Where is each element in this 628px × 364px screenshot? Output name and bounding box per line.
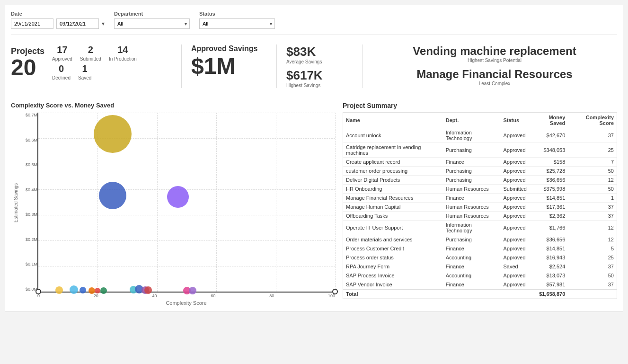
cell-money: $13,073 <box>530 271 568 280</box>
cell-status: Approved <box>500 158 530 167</box>
grid-h-6 <box>38 266 335 266</box>
table-row[interactable]: HR Onboarding Human Resources Submitted … <box>343 185 617 194</box>
cell-dept: Human Resources <box>443 185 501 194</box>
col-dept[interactable]: Dept. <box>443 113 501 128</box>
col-complexity[interactable]: Complexity Score <box>568 113 617 128</box>
bubble-offboarding[interactable] <box>144 286 152 294</box>
bubble-item-6[interactable] <box>100 287 107 294</box>
y-axis-ticks: $0.7M $0.6M $0.5M $0.4M $0.3M $0.2M $0.1… <box>20 113 37 293</box>
declined-label: Declined <box>52 75 71 80</box>
table-row[interactable]: Operate IT User Support Information Tech… <box>343 221 617 235</box>
cell-name: HR Onboarding <box>343 185 443 194</box>
bubble-item-3[interactable] <box>80 287 86 293</box>
approved-savings-amount: $1M <box>191 53 267 79</box>
col-money[interactable]: Money Saved <box>530 113 568 128</box>
slider-right-handle[interactable] <box>332 289 338 294</box>
cell-dept: Finance <box>443 158 501 167</box>
table-row[interactable]: SAP Vendor Invoice Finance Approved $57,… <box>343 280 617 290</box>
slider-left-handle[interactable] <box>35 289 41 294</box>
cell-money: $14,851 <box>530 244 568 253</box>
grid-h-0 <box>38 113 335 113</box>
table-row[interactable]: Offboarding Tasks Human Resources Approv… <box>343 212 617 221</box>
date-from-input[interactable] <box>11 18 53 29</box>
cell-complexity: 7 <box>568 158 617 167</box>
cell-complexity: 37 <box>568 203 617 212</box>
bubble-item-4[interactable] <box>88 287 95 294</box>
cell-name: Deliver Digital Products <box>343 176 443 185</box>
named-projects-kpi: Vending machine replacement Highest Savi… <box>372 44 617 86</box>
y-tick-06: $0.6M <box>26 138 37 142</box>
table-row[interactable]: Process order status Accounting Approved… <box>343 253 617 262</box>
table-row[interactable]: Create applicant record Finance Approved… <box>343 158 617 167</box>
cell-money: $25,728 <box>530 167 568 176</box>
table-wrapper[interactable]: Name Dept. Status Money Saved Complexity… <box>343 112 617 299</box>
cell-name: RPA Journey Form <box>343 262 443 271</box>
table-row[interactable]: RPA Journey Form Finance Saved $2,524 37 <box>343 262 617 271</box>
y-tick-02: $0.2M <box>26 237 37 242</box>
cell-complexity: 12 <box>568 235 617 244</box>
chart-title: Complexity Score vs. Money Saved <box>11 102 335 109</box>
bubble-hr-onboarding[interactable] <box>99 182 126 209</box>
table-row[interactable]: Manage Human Capital Human Resources App… <box>343 203 617 212</box>
col-status[interactable]: Status <box>500 113 530 128</box>
bubble-rpa[interactable] <box>189 287 196 294</box>
bubble-create-applicant[interactable] <box>55 286 63 294</box>
kpi-divider-2 <box>276 44 277 88</box>
chart-section: Complexity Score vs. Money Saved Estimat… <box>11 102 335 306</box>
table-row[interactable]: Account unlock Information Technology Ap… <box>343 128 617 143</box>
department-filter: Department All Finance Purchasing Human … <box>114 11 190 29</box>
cell-dept: Purchasing <box>443 167 501 176</box>
cell-dept: Finance <box>443 262 501 271</box>
table-row[interactable]: Manage Financial Resources Finance Appro… <box>343 194 617 203</box>
grid-h-4 <box>38 215 335 215</box>
kpi-divider-3 <box>362 44 363 88</box>
grid-v-5 <box>335 113 336 292</box>
bubble-account-unlock[interactable] <box>70 285 78 294</box>
y-tick-05: $0.5M <box>26 162 37 167</box>
cell-complexity: 12 <box>568 221 617 235</box>
x-tick-80: 80 <box>269 293 274 298</box>
saved-label: Saved <box>78 75 91 80</box>
cell-complexity: 37 <box>568 128 617 143</box>
bubble-catridge[interactable] <box>94 115 132 153</box>
cell-status: Approved <box>500 253 530 262</box>
cell-complexity: 37 <box>568 280 617 290</box>
submitted-stat: 2 Submitted <box>80 44 101 62</box>
table-row[interactable]: customer order processing Purchasing App… <box>343 167 617 176</box>
status-select[interactable]: All Approved Submitted Saved Declined In… <box>199 18 275 29</box>
least-complex-name: Manage Financial Resources <box>372 68 617 81</box>
table-row[interactable]: Order materials and services Purchasing … <box>343 235 617 244</box>
date-to-input[interactable] <box>56 18 99 29</box>
cell-money: $2,362 <box>530 212 568 221</box>
table-row[interactable]: SAP Process Invoice Accounting Approved … <box>343 271 617 280</box>
date-label: Date <box>11 11 105 17</box>
cell-complexity: 25 <box>568 253 617 262</box>
cell-money: $348,053 <box>530 143 568 158</box>
table-row[interactable]: Process Customer Credit Finance Approved… <box>343 244 617 253</box>
cell-money: $14,851 <box>530 194 568 203</box>
table-section: Project Summary Name Dept. Status Money … <box>343 102 617 306</box>
y-tick-07: $0.7M <box>26 113 37 117</box>
bubble-deliver-digital[interactable] <box>167 186 189 208</box>
col-name[interactable]: Name <box>343 113 443 128</box>
cell-name: Manage Human Capital <box>343 203 443 212</box>
cell-status: Approved <box>500 128 530 143</box>
avg-savings-label: Average Savings <box>286 59 353 64</box>
x-tick-40: 40 <box>152 293 157 298</box>
y-tick-01: $0.1M <box>26 262 37 266</box>
department-select[interactable]: All Finance Purchasing Human Resources I… <box>114 18 190 29</box>
table-row[interactable]: Deliver Digital Products Purchasing Appr… <box>343 176 617 185</box>
y-tick-03: $0.3M <box>26 212 37 217</box>
bubble-item-5[interactable] <box>95 288 100 293</box>
cell-dept: Information Technology <box>443 221 501 235</box>
table-row[interactable]: Catridge replacement in vending machines… <box>343 143 617 158</box>
filters-row: Date ▾ Department All Finance Purchasing… <box>11 11 617 35</box>
grid-v-3 <box>216 113 217 292</box>
submitted-label: Submitted <box>80 56 101 62</box>
in-production-stat: 14 In Production <box>109 44 137 62</box>
declined-num: 0 <box>59 63 64 74</box>
cell-dept: Accounting <box>443 253 501 262</box>
cell-dept: Human Resources <box>443 212 501 221</box>
projects-stats: 17 Approved 2 Submitted 14 In Production… <box>52 44 137 80</box>
grid-v-4 <box>276 113 276 292</box>
